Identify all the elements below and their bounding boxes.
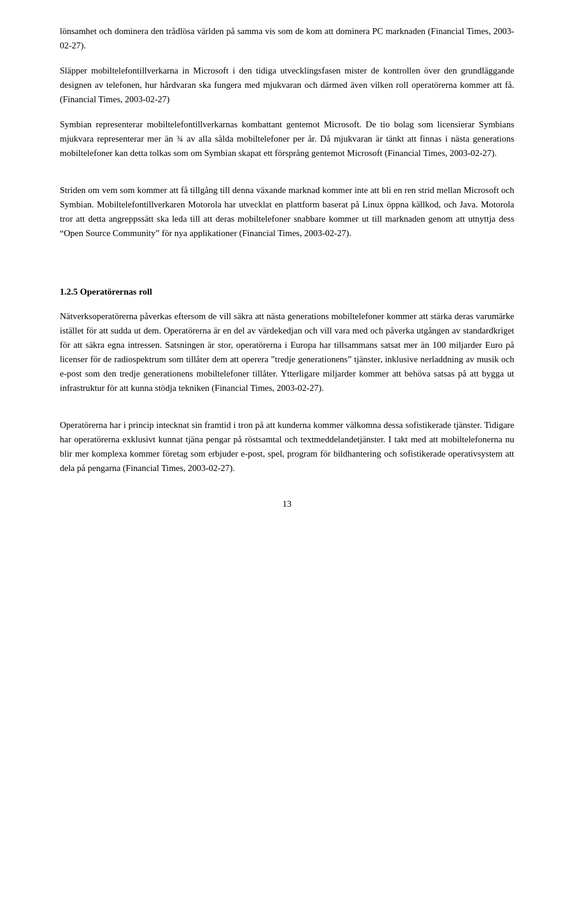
paragraph-4: Striden om vem som kommer att få tillgån…: [60, 183, 514, 240]
paragraph-2: Släpper mobiltelefontillverkarna in Micr…: [60, 63, 514, 106]
section-heading: 1.2.5 Operatörernas roll: [60, 287, 514, 297]
spacer-2: [60, 251, 514, 263]
section-paragraph-1: Nätverksoperatörerna påverkas eftersom d…: [60, 309, 514, 395]
section-number: 1.2.5: [60, 287, 78, 296]
page-number: 13: [60, 499, 514, 509]
page: lönsamhet och dominera den trådlösa värl…: [0, 0, 574, 924]
continuation-paragraph: lönsamhet och dominera den trådlösa värl…: [60, 24, 514, 53]
section-title: Operatörernas roll: [80, 287, 152, 296]
spacer-3: [60, 406, 514, 418]
spacer-1: [60, 171, 514, 183]
section-paragraph-2: Operatörerna har i princip intecknat sin…: [60, 418, 514, 475]
paragraph-3: Symbian representerar mobiltelefontillve…: [60, 117, 514, 160]
